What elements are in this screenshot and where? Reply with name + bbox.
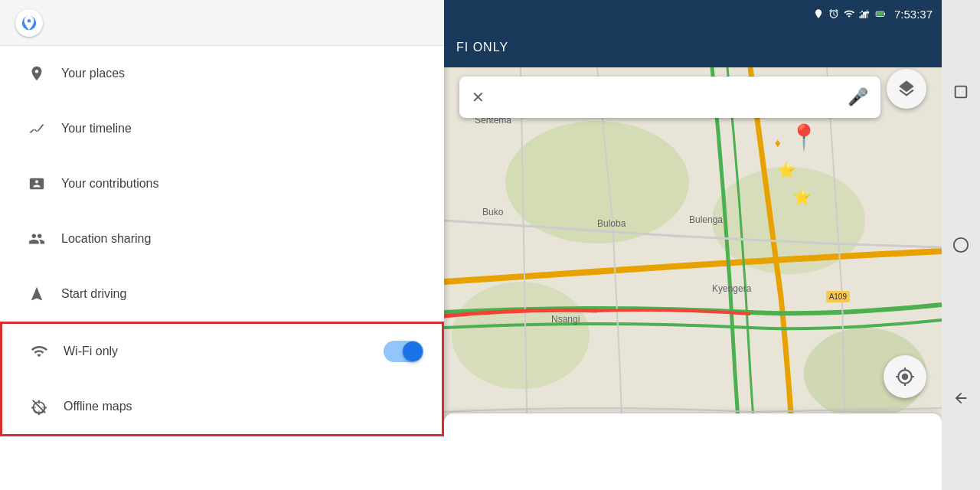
place-icon bbox=[18, 65, 55, 82]
wifi-toggle[interactable] bbox=[384, 341, 423, 362]
map-toolbar: FI ONLY bbox=[444, 28, 942, 67]
my-location-icon bbox=[895, 367, 915, 387]
svg-rect-4 bbox=[863, 13, 864, 18]
red-map-marker: 📍 bbox=[789, 122, 819, 152]
svg-point-15 bbox=[954, 238, 968, 252]
place-buko: Buko bbox=[482, 207, 503, 217]
wifi-toggle-container bbox=[384, 341, 423, 362]
svg-rect-14 bbox=[956, 87, 967, 98]
location-sharing-icon bbox=[18, 230, 55, 247]
offline-maps-label: Offline maps bbox=[64, 400, 132, 413]
svg-rect-5 bbox=[865, 11, 867, 18]
time-display: 7:53:37 bbox=[894, 8, 933, 21]
bottom-card bbox=[444, 413, 942, 490]
location-sharing-label: Location sharing bbox=[61, 232, 151, 246]
road-label-a109: A109 bbox=[826, 291, 850, 302]
place-nsangi: Nsangi bbox=[551, 314, 580, 325]
offline-maps-icon bbox=[21, 398, 57, 415]
place-kyengera: Kyengera bbox=[712, 283, 751, 294]
offline-maps-item[interactable]: Offline maps bbox=[2, 379, 442, 434]
your-places-label: Your places bbox=[61, 67, 125, 80]
android-nav-bar bbox=[942, 0, 980, 490]
wifi-status-icon bbox=[844, 8, 854, 19]
wifi-only-item[interactable]: Wi-Fi only bbox=[2, 324, 442, 379]
signal-status-icon bbox=[859, 8, 870, 19]
android-back-button[interactable] bbox=[949, 387, 972, 410]
status-icons: 7:53:37 bbox=[813, 8, 933, 21]
svg-rect-3 bbox=[861, 15, 863, 18]
your-contributions-label: Your contributions bbox=[61, 177, 159, 191]
wifi-icon bbox=[21, 343, 57, 360]
sidebar: Your places Your timeline Your contribut… bbox=[0, 0, 444, 490]
wifi-only-label: Wi-Fi only bbox=[64, 345, 118, 358]
your-timeline-label: Your timeline bbox=[61, 122, 132, 136]
timeline-icon bbox=[18, 120, 55, 137]
map-area: 7:53:37 FI ONLY Sentema Nansana bbox=[444, 0, 942, 490]
gold-star-marker-1: ⭐ bbox=[777, 161, 796, 179]
sidebar-item-start-driving[interactable]: Start driving bbox=[0, 266, 444, 322]
svg-point-13 bbox=[452, 282, 590, 389]
gold-star-marker-2: ⭐ bbox=[792, 188, 812, 206]
sidebar-item-your-contributions[interactable]: Your contributions bbox=[0, 156, 444, 211]
gold-diamond-marker: ♦ bbox=[775, 136, 781, 150]
sidebar-item-your-places[interactable]: Your places bbox=[0, 46, 444, 101]
contributions-icon bbox=[18, 175, 55, 192]
sidebar-item-your-timeline[interactable]: Your timeline bbox=[0, 101, 444, 156]
my-location-button[interactable] bbox=[884, 355, 926, 398]
toolbar-title: FI ONLY bbox=[456, 41, 508, 54]
layers-icon bbox=[897, 79, 916, 99]
place-bulenga: Bulenga bbox=[689, 214, 723, 225]
svg-rect-6 bbox=[867, 10, 868, 18]
location-status-icon bbox=[813, 8, 824, 19]
svg-rect-8 bbox=[877, 12, 883, 16]
search-mic-icon[interactable]: 🎤 bbox=[848, 87, 868, 107]
alarm-status-icon bbox=[828, 8, 839, 19]
battery-status-icon bbox=[874, 8, 887, 19]
layer-button[interactable] bbox=[887, 69, 926, 109]
place-buloba: Buloba bbox=[597, 218, 626, 229]
status-bar: 7:53:37 bbox=[444, 0, 942, 28]
sidebar-item-location-sharing[interactable]: Location sharing bbox=[0, 211, 444, 266]
sidebar-header bbox=[0, 0, 444, 46]
wifi-toggle-thumb bbox=[403, 341, 423, 361]
android-home-button[interactable] bbox=[949, 234, 972, 256]
android-recent-button[interactable] bbox=[949, 80, 972, 103]
navigation-icon bbox=[18, 286, 55, 302]
search-bar[interactable]: ✕ 🎤 bbox=[459, 77, 880, 118]
search-clear-icon[interactable]: ✕ bbox=[472, 88, 485, 106]
highlighted-section: Wi-Fi only Offline maps bbox=[0, 322, 444, 436]
start-driving-label: Start driving bbox=[61, 287, 126, 301]
app-logo bbox=[15, 9, 43, 37]
svg-rect-2 bbox=[860, 16, 861, 18]
